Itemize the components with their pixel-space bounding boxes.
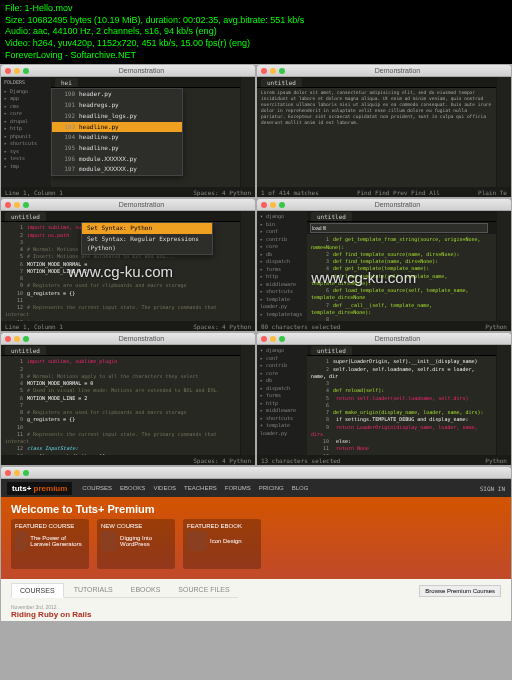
nav-link[interactable]: COURSES: [82, 485, 112, 491]
minimize-icon[interactable]: [14, 470, 20, 476]
site-logo[interactable]: tuts+ premium: [7, 482, 72, 495]
goto-item[interactable]: 196module.XXXXXX.py: [52, 154, 182, 165]
folder-item[interactable]: ▸ dispatch: [260, 385, 304, 393]
zoom-icon[interactable]: [23, 470, 29, 476]
minimize-icon[interactable]: [270, 336, 276, 342]
close-icon[interactable]: [5, 202, 11, 208]
folder-item[interactable]: ▸ shortcuts: [260, 415, 304, 423]
close-icon[interactable]: [5, 470, 11, 476]
goto-item[interactable]: 193headline.py: [52, 122, 182, 133]
minimap[interactable]: [240, 345, 255, 455]
course-item[interactable]: November 3rd, 2012 Riding Ruby on Rails …: [11, 604, 501, 621]
folder-item[interactable]: ▸ tmp: [4, 163, 48, 171]
minimap[interactable]: [240, 211, 255, 321]
content-tab[interactable]: SOURCE FILES: [170, 583, 237, 597]
close-icon[interactable]: [5, 336, 11, 342]
folder-item[interactable]: loader.py: [260, 303, 304, 311]
minimap[interactable]: [496, 77, 511, 187]
zoom-icon[interactable]: [279, 336, 285, 342]
folder-item[interactable]: ▸ forms: [260, 266, 304, 274]
folder-item[interactable]: ▸ Django: [4, 88, 48, 96]
folder-item[interactable]: ▸ dispatch: [260, 258, 304, 266]
zoom-icon[interactable]: [279, 202, 285, 208]
editor-tab[interactable]: untitled: [5, 212, 46, 221]
folder-item[interactable]: ▾ django: [260, 213, 304, 221]
folder-item[interactable]: ▸ app: [4, 95, 48, 103]
folder-item[interactable]: ▸ tests: [4, 155, 48, 163]
folder-item[interactable]: ▸ contrib: [260, 236, 304, 244]
goto-item[interactable]: 195headline.py: [52, 143, 182, 154]
folder-sidebar[interactable]: ▾ django ▸ bin ▸ conf ▸ contrib ▸ core ▸…: [257, 211, 307, 321]
editor-tab[interactable]: untitled: [5, 346, 46, 355]
folder-sidebar[interactable]: ▾ django ▸ conf ▸ contrib ▸ core ▸ db ▸ …: [257, 345, 307, 455]
goto-item[interactable]: 192headline_logs.py: [52, 111, 182, 122]
find-controls[interactable]: Find Find Prev Find All: [357, 189, 440, 196]
palette-item[interactable]: Set Syntax: Regular Expressions (Python): [82, 234, 212, 253]
palette-item-selected[interactable]: Set Syntax: Python: [82, 223, 212, 234]
editor-tab[interactable]: untitled: [311, 346, 352, 355]
folder-item[interactable]: ▸ db: [260, 377, 304, 385]
folder-item[interactable]: ▸ conf: [260, 228, 304, 236]
editor-tab[interactable]: untitled: [261, 78, 302, 87]
nav-link[interactable]: BLOG: [292, 485, 309, 491]
goto-item[interactable]: 190header.py: [52, 89, 182, 100]
code-area[interactable]: 1import sublime, subl2import os.path34# …: [1, 222, 240, 321]
search-input[interactable]: [310, 223, 488, 233]
goto-popup[interactable]: 190header.py191headregs.py192headline_lo…: [51, 88, 183, 176]
browse-button[interactable]: Browse Premium Courses: [419, 585, 501, 597]
minimize-icon[interactable]: [270, 202, 276, 208]
folder-item[interactable]: ▸ forms: [260, 392, 304, 400]
status-right[interactable]: Spaces: 4 Python: [193, 457, 251, 464]
minimize-icon[interactable]: [14, 68, 20, 74]
close-icon[interactable]: [261, 202, 267, 208]
close-icon[interactable]: [261, 336, 267, 342]
status-right[interactable]: Python: [485, 323, 507, 330]
content-tab[interactable]: TUTORIALS: [66, 583, 121, 597]
folder-item[interactable]: ▸ contrib: [260, 362, 304, 370]
folder-item[interactable]: ▸ shortcuts: [260, 288, 304, 296]
folder-item[interactable]: ▸ http: [4, 125, 48, 133]
minimize-icon[interactable]: [14, 202, 20, 208]
status-right[interactable]: Spaces: 4 Python: [193, 189, 251, 196]
command-palette[interactable]: Set Syntax: Python Set Syntax: Regular E…: [81, 222, 213, 254]
minimap[interactable]: [240, 77, 255, 187]
folder-item[interactable]: ▸ sys: [4, 148, 48, 156]
goto-item[interactable]: 191headregs.py: [52, 100, 182, 111]
folder-item[interactable]: ▸ core: [260, 370, 304, 378]
status-right[interactable]: Spaces: 4 Python: [193, 323, 251, 330]
folder-item[interactable]: ▸ bin: [260, 221, 304, 229]
folder-item[interactable]: loader.py: [260, 430, 304, 438]
hero-card[interactable]: FEATURED COURSEThe Power of Laravel Gene…: [11, 519, 89, 569]
code-area[interactable]: Lorem ipsum dolor sit amet, consectetur …: [257, 88, 496, 187]
nav-link[interactable]: EBOOKS: [120, 485, 145, 491]
code-area[interactable]: 1import sublime, sublime_plugin23# Norma…: [1, 356, 240, 455]
folder-item[interactable]: ▾ django: [260, 347, 304, 355]
zoom-icon[interactable]: [23, 202, 29, 208]
folder-sidebar[interactable]: FOLDERS ▸ Django▸ app▸ cms▸ core▸ drupal…: [1, 77, 51, 187]
folder-item[interactable]: ▸ phpunit: [4, 133, 48, 141]
folder-item[interactable]: ▸ template: [260, 296, 304, 304]
folder-item[interactable]: ▸ db: [260, 251, 304, 259]
code-area[interactable]: 1super(LoaderOrigin, self).__init__(disp…: [307, 356, 496, 455]
folder-item[interactable]: ▸ core: [4, 110, 48, 118]
goto-item[interactable]: 194headline.py: [52, 132, 182, 143]
sign-in-link[interactable]: SIGN IN: [480, 485, 505, 492]
minimap[interactable]: [496, 345, 511, 455]
folder-item[interactable]: ▸ drupal: [4, 118, 48, 126]
folder-item[interactable]: ▸ middleware: [260, 407, 304, 415]
zoom-icon[interactable]: [279, 68, 285, 74]
content-tab[interactable]: EBOOKS: [123, 583, 169, 597]
editor-tab[interactable]: untitled: [311, 212, 352, 221]
close-icon[interactable]: [5, 68, 11, 74]
folder-item[interactable]: ▸ http: [260, 400, 304, 408]
zoom-icon[interactable]: [23, 68, 29, 74]
course-title[interactable]: Riding Ruby on Rails: [11, 610, 299, 619]
folder-item[interactable]: ▸ conf: [260, 355, 304, 363]
folder-item[interactable]: ▸ core: [260, 243, 304, 251]
folder-item[interactable]: ▸ cms: [4, 103, 48, 111]
goto-item[interactable]: 197module_XXXXXX.py: [52, 164, 182, 175]
content-tab[interactable]: COURSES: [11, 583, 64, 598]
nav-link[interactable]: TEACHERS: [184, 485, 217, 491]
folder-item[interactable]: ▸ templatetags: [260, 311, 304, 319]
folder-item[interactable]: ▸ middleware: [260, 281, 304, 289]
